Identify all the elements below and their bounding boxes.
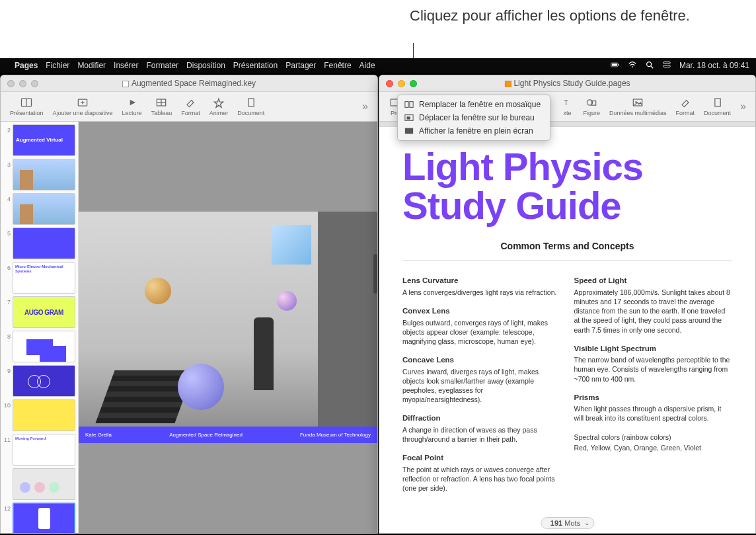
tool-document-left[interactable]: Document <box>233 95 268 118</box>
caption-title: Augmented Space Reimagined <box>169 432 243 438</box>
control-center-icon[interactable] <box>662 60 671 71</box>
svg-rect-22 <box>405 128 413 134</box>
menu-replace-tiled[interactable]: Remplacer la fenêtre en mosaïque <box>398 98 550 111</box>
tile-icon <box>404 101 414 108</box>
window-title-right: Light Physics Study Guide.pages <box>504 79 630 88</box>
fullscreen-button-left[interactable] <box>31 80 38 87</box>
slide-canvas: Kate Grella Augmented Space Reimagined F… <box>79 212 377 443</box>
slide-thumbnail[interactable]: 3 <box>3 159 75 190</box>
svg-rect-2 <box>619 63 619 65</box>
titlebar-right[interactable]: Light Physics Study Guide.pages <box>379 75 755 92</box>
toolbar-overflow-right[interactable]: » <box>736 99 750 114</box>
tool-text[interactable]: Txte <box>556 95 578 118</box>
menu-fichier[interactable]: Fichier <box>46 61 69 70</box>
tool-media[interactable]: Données multimédias <box>605 95 671 118</box>
slide-thumbnail[interactable]: 2Augmented Virtual <box>3 124 75 156</box>
person-figure <box>254 317 274 390</box>
svg-rect-5 <box>663 62 671 63</box>
tool-play[interactable]: Lecture <box>118 95 146 118</box>
column-right[interactable]: Speed of LightApproximately 186,000mi/s.… <box>574 276 733 502</box>
tool-format-left[interactable]: Format <box>177 95 204 118</box>
sphere-icon <box>145 278 171 304</box>
slide-canvas-area[interactable]: Kate Grella Augmented Space Reimagined F… <box>79 122 377 533</box>
fullscreen-icon <box>404 127 414 135</box>
slide-thumbnail[interactable] <box>3 468 75 500</box>
sphere-icon <box>178 364 224 410</box>
page[interactable]: Light Physics Study Guide Common Terms a… <box>379 127 755 533</box>
doc-subtitle[interactable]: Common Terms and Concepts <box>402 241 732 251</box>
desktop-icon <box>404 114 414 122</box>
svg-point-3 <box>647 62 652 66</box>
menu-disposition[interactable]: Disposition <box>186 61 225 70</box>
fullscreen-button-right[interactable] <box>410 80 417 87</box>
svg-rect-17 <box>248 99 254 106</box>
menu-aide[interactable]: Aide <box>359 61 375 70</box>
svg-rect-18 <box>405 102 408 108</box>
toolbar-overflow-left[interactable]: » <box>358 99 372 114</box>
slide-thumbnail[interactable]: 12 <box>3 503 75 533</box>
clock[interactable]: Mar. 18 oct. à 09:41 <box>679 61 749 70</box>
menu-fenetre[interactable]: Fenêtre <box>324 61 351 70</box>
slide-navigator[interactable]: 2Augmented Virtual3456Micro-Electro-Mech… <box>1 122 79 533</box>
caption-author: Kate Grella <box>85 432 112 438</box>
callout-text: Cliquez pour afficher les options de fen… <box>410 7 690 26</box>
document-body[interactable]: Light Physics Study Guide Common Terms a… <box>379 122 755 533</box>
battery-icon[interactable] <box>611 60 620 71</box>
menu-presentation[interactable]: Présentation <box>233 61 278 70</box>
caption-venue: Funda Museum of Technology <box>300 432 371 438</box>
svg-line-4 <box>651 65 654 68</box>
tool-format-right[interactable]: Format <box>672 95 699 118</box>
slide-caption-bar: Kate Grella Augmented Space Reimagined F… <box>79 427 377 443</box>
svg-text:T: T <box>564 98 568 106</box>
tool-animate[interactable]: Animer <box>206 95 233 118</box>
window-options-menu: Remplacer la fenêtre en mosaïque Déplace… <box>397 95 550 141</box>
svg-marker-12 <box>130 100 135 105</box>
divider <box>402 261 732 261</box>
menu-formater[interactable]: Formater <box>146 61 178 70</box>
menu-partager[interactable]: Partager <box>285 61 316 70</box>
tool-presentation[interactable]: Présentation <box>6 95 48 118</box>
column-left[interactable]: Lens CurvatureA lens converges/diverges … <box>402 276 561 502</box>
scrollbar[interactable] <box>373 254 377 294</box>
slide-thumbnail[interactable]: 5 <box>3 227 75 259</box>
menubar: Pages Fichier Modifier Insérer Formater … <box>0 58 756 73</box>
slide-thumbnail[interactable]: 6Micro-Electro-Mechanical Systems <box>3 262 75 294</box>
slide-thumbnail[interactable]: 4 <box>3 193 75 225</box>
minimize-button-left[interactable] <box>19 80 26 87</box>
svg-rect-6 <box>663 65 671 67</box>
sphere-icon <box>277 291 297 311</box>
word-count[interactable]: 191 Mots <box>541 517 594 529</box>
window-keynote: Augmented Space Reimagined.key Présentat… <box>0 75 378 534</box>
menu-modifier[interactable]: Modifier <box>77 61 106 70</box>
tool-add-slide[interactable]: Ajouter une diapositive <box>49 95 117 118</box>
close-button-left[interactable] <box>7 80 15 87</box>
tool-document-right[interactable]: Document <box>700 95 735 118</box>
svg-rect-29 <box>714 99 720 106</box>
tool-table[interactable]: Tableau <box>147 95 176 118</box>
menu-inserer[interactable]: Insérer <box>114 61 138 70</box>
slide-thumbnail[interactable]: 7AUGO GRAM <box>3 296 75 328</box>
tool-shape[interactable]: Figure <box>579 95 604 118</box>
slide-thumbnail[interactable]: 10 <box>3 399 75 431</box>
svg-rect-1 <box>612 63 617 66</box>
menu-move-to-desktop[interactable]: Déplacer la fenêtre sur le bureau <box>398 111 550 124</box>
toolbar-left: Présentation Ajouter une diapositive Lec… <box>1 92 377 122</box>
titlebar-left[interactable]: Augmented Space Reimagined.key <box>1 75 377 92</box>
menu-fullscreen[interactable]: Afficher la fenêtre en plein écran <box>398 124 550 138</box>
window-pages: Light Physics Study Guide.pages Remplace… <box>379 75 756 534</box>
slide-thumbnail[interactable]: 8 <box>3 331 75 362</box>
doc-title[interactable]: Light Physics Study Guide <box>402 147 732 225</box>
wifi-icon[interactable] <box>628 60 637 71</box>
svg-rect-19 <box>410 102 413 108</box>
minimize-button-right[interactable] <box>398 80 405 87</box>
close-button-right[interactable] <box>386 80 393 87</box>
slide-thumbnail[interactable]: 11Moving Forward <box>3 434 75 466</box>
app-name[interactable]: Pages <box>15 61 38 70</box>
svg-marker-16 <box>214 99 223 107</box>
svg-rect-21 <box>407 116 410 119</box>
desktop: Pages Fichier Modifier Insérer Formater … <box>0 58 756 535</box>
slide-thumbnail[interactable]: 9 <box>3 365 75 397</box>
window-title-left: Augmented Space Reimagined.key <box>122 79 256 88</box>
spotlight-icon[interactable] <box>645 60 654 71</box>
